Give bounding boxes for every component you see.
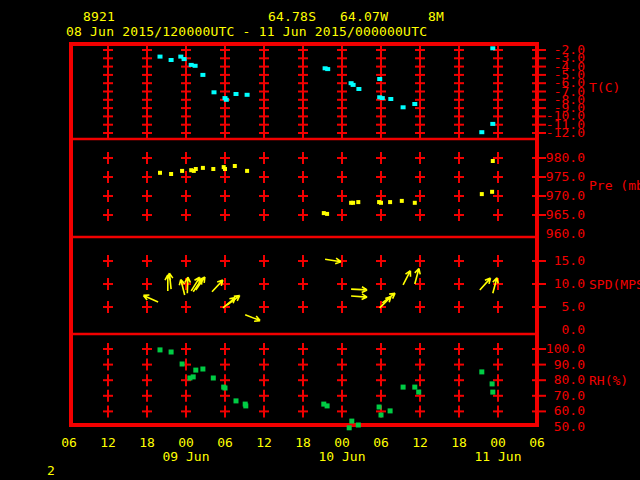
wind-arrow <box>143 295 158 302</box>
wind-arrow <box>245 315 260 322</box>
rh-point <box>223 386 228 391</box>
temp-point <box>479 130 484 134</box>
rh-point <box>347 425 352 430</box>
temp-point <box>356 87 361 91</box>
pressure-point <box>480 192 484 196</box>
y-tick-label: 960.0 <box>546 226 585 241</box>
panel-title: RH(%) <box>589 373 628 388</box>
x-tick-label: 00 <box>490 435 506 450</box>
panel-title: SPD(MPS) <box>589 277 640 292</box>
pressure-point <box>194 167 198 171</box>
rh-point <box>356 423 361 428</box>
y-tick-label: 970.0 <box>546 188 585 203</box>
pressure-point <box>169 172 173 176</box>
pressure-point <box>233 164 237 168</box>
temp-point <box>380 96 385 100</box>
pressure-point <box>379 201 383 205</box>
rh-point <box>191 374 196 379</box>
y-tick-label: 15.0 <box>554 253 585 268</box>
rh-point <box>180 362 185 367</box>
pressure-point <box>351 201 355 205</box>
x-tick-label: 18 <box>451 435 467 450</box>
pressure-point <box>223 167 227 171</box>
wind-arrow <box>480 278 491 290</box>
temp-point <box>401 105 406 109</box>
wind-arrow <box>403 271 410 285</box>
x-tick-label: 00 <box>178 435 194 450</box>
temp-point <box>193 64 198 68</box>
y-tick-label: 975.0 <box>546 169 585 184</box>
rh-point <box>416 390 421 395</box>
x-tick-label: 12 <box>100 435 116 450</box>
temp-point <box>325 67 330 71</box>
y-tick-label: 90.0 <box>554 357 585 372</box>
pressure-point <box>491 159 495 163</box>
rh-point <box>211 376 216 381</box>
y-tick-label: 60.0 <box>554 403 585 418</box>
x-tick-label: 12 <box>412 435 428 450</box>
temp-point <box>245 93 250 97</box>
pressure-point <box>245 169 249 173</box>
date-label: 10 Jun <box>319 449 366 464</box>
y-tick-label: 100.0 <box>546 341 585 356</box>
y-tick-label: 5.0 <box>562 299 585 314</box>
panel-title: Pre (mb) <box>589 178 640 193</box>
y-tick-label: 965.0 <box>546 207 585 222</box>
temp-point <box>182 57 187 61</box>
wind-arrow <box>212 280 223 292</box>
y-tick-label: 0.0 <box>562 322 585 337</box>
meteogram-chart: -2.0-3.0-4.0-5.0-6.0-7.0-8.0-9.0-10.0-11… <box>0 0 640 480</box>
temp-point <box>212 90 217 94</box>
temp-point <box>412 102 417 106</box>
rh-point <box>377 405 382 410</box>
temp-point <box>388 97 393 101</box>
date-label: 11 Jun <box>475 449 522 464</box>
x-tick-label: 06 <box>373 435 389 450</box>
y-tick-label: -12.0 <box>546 125 585 140</box>
temp-point <box>490 46 495 50</box>
pressure-point <box>356 200 360 204</box>
pressure-point <box>325 212 329 216</box>
y-tick-label: 980.0 <box>546 150 585 165</box>
temp-point <box>200 73 205 77</box>
rh-point <box>349 419 354 424</box>
rh-point <box>243 403 248 408</box>
wind-arrow <box>351 287 367 293</box>
y-tick-label: 80.0 <box>554 372 585 387</box>
rh-point <box>234 398 239 403</box>
rh-point <box>401 385 406 390</box>
x-tick-label: 18 <box>295 435 311 450</box>
wind-arrow <box>351 294 367 300</box>
temp-point <box>234 92 239 96</box>
x-tick-label: 06 <box>529 435 545 450</box>
panel-title: T(C) <box>589 80 620 95</box>
temp-point <box>158 55 163 59</box>
temp-point <box>490 122 495 126</box>
temp-point <box>351 83 356 87</box>
pressure-point <box>180 169 184 173</box>
wind-arrow <box>179 280 185 296</box>
rh-point <box>479 369 484 374</box>
pressure-point <box>211 167 215 171</box>
x-tick-label: 12 <box>256 435 272 450</box>
y-tick-label: 10.0 <box>554 276 585 291</box>
pressure-point <box>158 171 162 175</box>
rh-point <box>193 368 198 373</box>
x-tick-label: 18 <box>139 435 155 450</box>
pressure-point <box>400 199 404 203</box>
temp-point <box>377 77 382 81</box>
wind-arrow <box>227 296 240 306</box>
pressure-point <box>201 166 205 170</box>
x-tick-label: 06 <box>217 435 233 450</box>
temp-point <box>224 98 229 102</box>
rh-point <box>169 350 174 355</box>
x-tick-label: 06 <box>61 435 77 450</box>
rh-point <box>412 385 417 390</box>
pressure-point <box>490 190 494 194</box>
pressure-point <box>413 201 417 205</box>
date-label: 09 Jun <box>163 449 210 464</box>
x-tick-label: 00 <box>334 435 350 450</box>
rh-point <box>200 367 205 372</box>
rh-point <box>325 403 330 408</box>
rh-point <box>388 408 393 413</box>
